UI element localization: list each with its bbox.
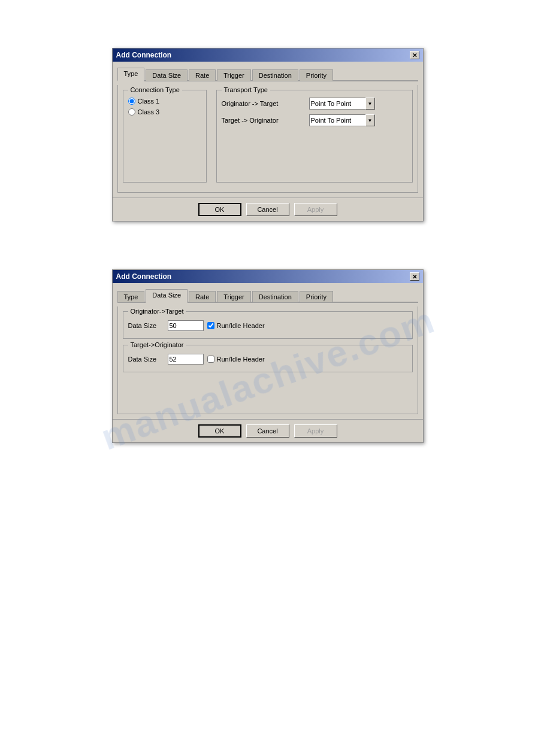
data-size-input2[interactable] <box>168 354 204 365</box>
radio-class1[interactable] <box>128 98 135 105</box>
dialog2-close-button[interactable]: ✕ <box>410 272 419 281</box>
dialog1-ok-button[interactable]: OK <box>198 203 241 216</box>
originator-target-group: Originator->Target Data Size Run/Idle He… <box>123 311 413 339</box>
tab-type-2[interactable]: Type <box>117 291 145 302</box>
radio-class3-label: Class 3 <box>138 108 160 116</box>
target-to-orig-dropdown[interactable]: Point To Point <box>309 114 375 126</box>
orig-to-target-label: Originator -> Target <box>222 100 306 107</box>
connection-type-legend: Connection Type <box>128 86 182 93</box>
radio-class3[interactable] <box>128 108 135 116</box>
radio-class3-row: Class 3 <box>128 108 201 116</box>
dialog2-titlebar: Add Connection ✕ <box>113 270 423 283</box>
tab-trigger-1[interactable]: Trigger <box>217 69 250 81</box>
dialog1-content: Type Data Size Rate Trigger Destination … <box>113 62 423 198</box>
target-data-row: Data Size Run/Idle Header <box>128 354 407 365</box>
tab-destination-2[interactable]: Destination <box>252 291 298 302</box>
dialog2-buttons: OK Cancel Apply <box>113 419 423 442</box>
target-originator-group: Target->Originator Data Size Run/Idle He… <box>123 345 413 372</box>
run-idle-header2-row: Run/Idle Header <box>207 356 265 363</box>
tab-priority-1[interactable]: Priority <box>300 69 333 81</box>
run-idle-header1-row: Run/Idle Header <box>207 322 265 329</box>
dialog2-ok-button[interactable]: OK <box>198 424 241 438</box>
target-originator-legend: Target->Originator <box>128 341 186 348</box>
dialog1-title: Add Connection <box>116 51 172 59</box>
run-idle-header1-checkbox[interactable] <box>207 322 214 329</box>
dialog1-close-button[interactable]: ✕ <box>410 51 419 59</box>
dialog2-tab-bar: Type Data Size Rate Trigger Destination … <box>117 288 418 303</box>
target-to-orig-label: Target -> Originator <box>222 117 306 124</box>
tab-datasize-2[interactable]: Data Size <box>146 289 188 303</box>
data-size-input1[interactable] <box>168 320 204 331</box>
target-to-orig-row: Target -> Originator Point To Point ▼ <box>222 114 407 126</box>
dialog1: Add Connection ✕ Type Data Size Rate Tri… <box>112 48 424 221</box>
connection-type-group: Connection Type Class 1 Class 3 <box>123 90 207 183</box>
dialog2-content: Type Data Size Rate Trigger Destination … <box>113 283 423 419</box>
run-idle-header2-label: Run/Idle Header <box>217 356 265 363</box>
dialog2-title: Add Connection <box>116 272 172 281</box>
orig-data-row: Data Size Run/Idle Header <box>128 320 407 331</box>
data-size-label2: Data Size <box>128 356 164 363</box>
target-to-orig-dropdown-wrapper: Point To Point ▼ <box>309 114 375 126</box>
tab-rate-2[interactable]: Rate <box>189 291 216 302</box>
tab-type-1[interactable]: Type <box>117 68 145 81</box>
orig-to-target-dropdown-wrapper: Point To Point ▼ <box>309 98 375 110</box>
dialog1-buttons: OK Cancel Apply <box>113 198 423 221</box>
transport-type-group: Transport Type Originator -> Target Poin… <box>216 90 413 183</box>
originator-target-legend: Originator->Target <box>128 308 186 315</box>
radio-class1-row: Class 1 <box>128 98 201 105</box>
tab-destination-1[interactable]: Destination <box>252 69 298 81</box>
run-idle-header1-label: Run/Idle Header <box>217 322 265 329</box>
tab-datasize-1[interactable]: Data Size <box>146 69 188 81</box>
radio-class1-label: Class 1 <box>138 98 160 105</box>
tab-rate-1[interactable]: Rate <box>189 69 216 81</box>
dialog1-tab-bar: Type Data Size Rate Trigger Destination … <box>117 66 418 81</box>
run-idle-header2-checkbox[interactable] <box>207 356 214 363</box>
data-size-label1: Data Size <box>128 322 164 329</box>
dialog1-type-panel: Connection Type Class 1 Class 3 Transpor… <box>117 85 418 193</box>
dialog2-apply-button[interactable]: Apply <box>294 424 337 438</box>
dialog1-apply-button[interactable]: Apply <box>294 203 337 216</box>
tab-trigger-2[interactable]: Trigger <box>217 291 250 302</box>
transport-type-legend: Transport Type <box>222 86 270 93</box>
orig-to-target-row: Originator -> Target Point To Point ▼ <box>222 98 407 110</box>
dialog2-cancel-button[interactable]: Cancel <box>246 424 289 438</box>
dialog2: Add Connection ✕ Type Data Size Rate Tri… <box>112 269 424 443</box>
orig-to-target-dropdown[interactable]: Point To Point <box>309 98 375 110</box>
dialog1-titlebar: Add Connection ✕ <box>113 48 423 62</box>
dialog1-cancel-button[interactable]: Cancel <box>246 203 289 216</box>
dialog2-datasize-panel: Originator->Target Data Size Run/Idle He… <box>117 306 418 414</box>
tab-priority-2[interactable]: Priority <box>300 291 333 302</box>
